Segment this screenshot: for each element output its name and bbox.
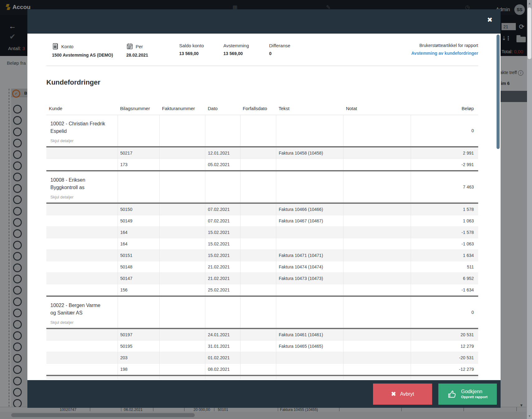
table-row: 5019531.01.2021Faktura 10465 (10465)12 2… [46,341,478,352]
konto-label: Konto [61,44,73,49]
differanse-label: Differanse [269,43,290,48]
calculator-icon [52,43,59,50]
customer-name: 10002 - Christian Fredrik Espelid [50,120,106,135]
table-row: 19808.02.2021-12 279 [46,364,478,376]
col-kunde: Kunde [46,102,118,115]
approve-button[interactable]: Godkjenn Opprett rapport [438,384,497,405]
cancel-button[interactable]: ✖ Avbryt [373,384,432,405]
per-block: Per 28.02.2021 [126,43,148,58]
support-article-label: Brukerstøtteartikkel for rapport [411,43,478,48]
avstemming-value: 13 569,00 [223,51,249,56]
close-icon[interactable]: ✖ [487,16,492,24]
vertical-scrollbar-thumb[interactable] [528,7,531,59]
group-total: 0 [411,115,478,147]
col-fakturanummer: Fakturanummer [160,102,205,115]
approve-sublabel: Opprett rapport [461,395,488,399]
konto-value: 1500 Avstemming AS (DEMO) [52,53,113,58]
per-label: Per [136,44,143,49]
table-row: 5019724.01.2021Faktura 10461 (10461)20 5… [46,328,478,341]
table-row: 20301.02.2021-20 531 [46,352,478,364]
table-row: 5014821.02.2021Faktura 10474 (10474)511 [46,261,478,273]
scroll-up-icon[interactable]: ▲ [528,2,531,5]
partial-row [46,375,478,379]
modal-body: Konto 1500 Avstemming AS (DEMO) Per 28.0… [27,34,501,380]
thumbs-up-icon [448,389,457,399]
report-summary-row: Konto 1500 Avstemming AS (DEMO) Per 28.0… [46,43,478,60]
table-header-row: Kunde Bilagsnummer Fakturanummer Dato Fo… [46,102,478,115]
cancel-label: Avbryt [400,391,414,397]
table-row: 15625.02.2021-1 634 [46,284,478,296]
customer-group-row: 10002 - Christian Fredrik EspelidSkjul d… [46,115,478,147]
table-row: 5015007.02.2021Faktura 10466 (10466)1 57… [46,203,478,215]
reconciliation-report-modal: ✖ Konto 1500 Avstemming AS (DEMO) [27,9,501,408]
per-value: 28.02.2021 [126,53,148,58]
customer-group-row: 10008 - Eriksen Byggkontroll asSkjul det… [46,171,478,203]
modal-scrollbar-thumb[interactable] [497,35,500,149]
modal-footer-bar: ✖ Avbryt Godkjenn Opprett rapport [27,380,501,408]
col-bilagsnummer: Bilagsnummer [118,102,160,115]
customer-group-row: 10022 - Bergen Varme og Sanitær ASSkjul … [46,296,478,328]
col-dato: Dato [205,102,240,115]
differanse-value: 0 [269,51,290,56]
receivables-table: Kunde Bilagsnummer Fakturanummer Dato Fo… [46,102,478,379]
modal-header-bar: ✖ [27,9,501,34]
header-divider [46,66,478,66]
saldo-block: Saldo konto 13 569,00 [179,43,204,56]
avstemming-label: Avstemming [223,43,249,48]
vertical-scrollbar[interactable]: ▲ ▼ [527,0,532,419]
customer-name: 10022 - Bergen Varme og Sanitær AS [50,302,106,317]
calendar-icon [126,43,133,50]
avstemming-block: Avstemming 13 569,00 [223,43,249,56]
col-notat: Notat [343,102,411,115]
col-forfallsdato: Forfallsdato [240,102,276,115]
saldo-value: 13 569,00 [179,51,204,56]
cancel-x-icon: ✖ [391,390,396,398]
scroll-down-icon[interactable]: ▼ [528,414,531,418]
col-belop: Beløp [411,102,478,115]
skjul-detaljer-link[interactable]: Skjul detaljer [50,138,115,143]
table-row: 5014721.02.2021Faktura 10473 (10473)6 95… [46,273,478,284]
col-tekst: Tekst [276,102,343,115]
saldo-label: Saldo konto [179,43,204,48]
table-row: 16415.02.2021-1 578 [46,227,478,238]
receivables-table-body: 10002 - Christian Fredrik EspelidSkjul d… [46,115,478,379]
table-row: 17305.02.2021-2 991 [46,159,478,171]
differanse-block: Differanse 0 [269,43,290,56]
table-row: 5021712.01.2021Faktura 10458 (10458)2 99… [46,147,478,159]
group-total: 7 463 [411,171,478,203]
support-block: Brukerstøtteartikkel for rapport Avstemm… [411,43,478,56]
group-total: 0 [411,296,478,328]
table-row: 5015115.02.2021Faktura 10471 (10471)1 63… [46,250,478,261]
skjul-detaljer-link[interactable]: Skjul detaljer [50,195,115,199]
konto-block: Konto 1500 Avstemming AS (DEMO) [52,43,113,58]
skjul-detaljer-link[interactable]: Skjul detaljer [50,320,115,325]
report-title: Kundefordringer [46,78,478,86]
approve-label: Godkjenn [461,389,488,395]
table-row: 16415.02.2021-1 063 [46,238,478,250]
customer-name: 10008 - Eriksen Byggkontroll as [50,176,106,191]
support-article-link[interactable]: Avstemming av kundefordringer [411,51,478,56]
table-row: 5014907.02.2021Faktura 10467 (10467)1 06… [46,215,478,227]
